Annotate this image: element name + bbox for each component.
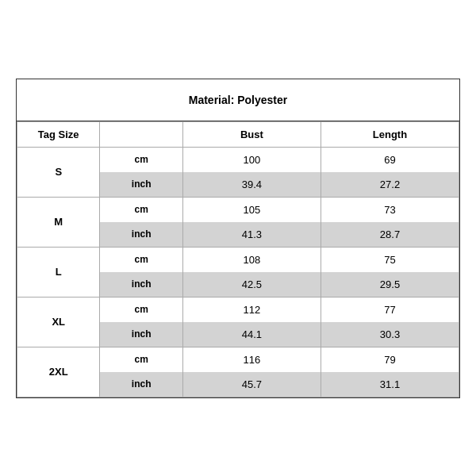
bust-cm-value: 100: [182, 147, 321, 172]
unit-cm-cell: cm: [100, 197, 182, 222]
unit-inch-cell: inch: [100, 222, 182, 248]
tag-size-cell: L: [17, 247, 100, 297]
tag-size-cell: M: [17, 197, 100, 247]
unit-inch-cell: inch: [100, 322, 182, 347]
unit-cm-cell: cm: [100, 147, 182, 172]
header-row: Tag Size Bust Length: [17, 121, 459, 147]
chart-title: Material: Polyester: [17, 79, 459, 121]
length-header: Length: [321, 121, 459, 147]
length-inch-value: 30.3: [321, 322, 459, 347]
unit-header: [100, 121, 182, 147]
bust-header: Bust: [182, 121, 321, 147]
bust-inch-value: 45.7: [182, 372, 321, 397]
bust-cm-value: 105: [182, 197, 321, 222]
table-row: XLcm11277: [17, 297, 459, 322]
length-inch-value: 29.5: [321, 272, 459, 298]
bust-inch-value: 44.1: [182, 322, 321, 347]
unit-inch-cell: inch: [100, 172, 182, 198]
table-row: 2XLcm11679: [17, 347, 459, 372]
table-row: Mcm10573: [17, 197, 459, 222]
bust-cm-value: 108: [182, 247, 321, 272]
unit-cm-cell: cm: [100, 247, 182, 272]
length-cm-value: 75: [321, 247, 459, 272]
length-inch-value: 31.1: [321, 372, 459, 397]
title-text: Material: Polyester: [189, 94, 288, 106]
size-chart: Material: Polyester Tag Size Bust Length…: [16, 79, 460, 398]
tag-size-cell: XL: [17, 297, 100, 347]
length-cm-value: 73: [321, 197, 459, 222]
unit-inch-cell: inch: [100, 372, 182, 397]
unit-cm-cell: cm: [100, 297, 182, 322]
bust-inch-value: 42.5: [182, 272, 321, 298]
tag-size-cell: 2XL: [17, 347, 100, 397]
tag-size-header: Tag Size: [17, 121, 100, 147]
length-inch-value: 27.2: [321, 172, 459, 198]
unit-cm-cell: cm: [100, 347, 182, 372]
size-table: Tag Size Bust Length Scm10069inch39.427.…: [17, 121, 459, 397]
table-row: Lcm10875: [17, 247, 459, 272]
bust-cm-value: 116: [182, 347, 321, 372]
bust-cm-value: 112: [182, 297, 321, 322]
unit-inch-cell: inch: [100, 272, 182, 298]
table-row: Scm10069: [17, 147, 459, 172]
length-inch-value: 28.7: [321, 222, 459, 248]
length-cm-value: 77: [321, 297, 459, 322]
bust-inch-value: 41.3: [182, 222, 321, 248]
bust-inch-value: 39.4: [182, 172, 321, 198]
tag-size-cell: S: [17, 147, 100, 197]
length-cm-value: 69: [321, 147, 459, 172]
length-cm-value: 79: [321, 347, 459, 372]
